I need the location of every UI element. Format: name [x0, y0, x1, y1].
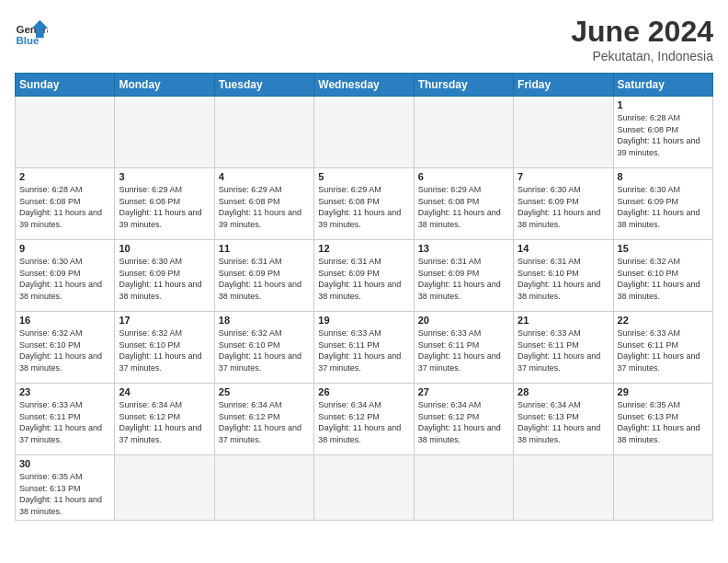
day-info: Sunrise: 6:32 AMSunset: 6:10 PMDaylight:…: [219, 327, 310, 373]
location: Pekutatan, Indonesia: [571, 49, 713, 63]
calendar-day-cell: [16, 97, 115, 168]
calendar-day-cell: 2Sunrise: 6:28 AMSunset: 6:08 PMDaylight…: [16, 168, 115, 240]
calendar-day-cell: 9Sunrise: 6:30 AMSunset: 6:09 PMDaylight…: [16, 240, 115, 312]
calendar-day-cell: 26Sunrise: 6:34 AMSunset: 6:12 PMDayligh…: [314, 384, 414, 455]
day-info: Sunrise: 6:33 AMSunset: 6:11 PMDaylight:…: [518, 327, 609, 373]
calendar-week-row: 30Sunrise: 6:35 AMSunset: 6:13 PMDayligh…: [16, 455, 713, 521]
day-number: 25: [219, 386, 310, 397]
day-number: 13: [418, 243, 509, 254]
day-number: 12: [318, 243, 409, 254]
calendar-day-cell: 19Sunrise: 6:33 AMSunset: 6:11 PMDayligh…: [314, 312, 414, 384]
day-info: Sunrise: 6:34 AMSunset: 6:12 PMDaylight:…: [119, 399, 210, 445]
calendar-day-cell: 6Sunrise: 6:29 AMSunset: 6:08 PMDaylight…: [414, 168, 513, 240]
day-number: 15: [618, 243, 709, 254]
weekday-header-row: SundayMondayTuesdayWednesdayThursdayFrid…: [16, 74, 713, 97]
calendar-day-cell: 24Sunrise: 6:34 AMSunset: 6:12 PMDayligh…: [115, 384, 214, 455]
calendar-week-row: 2Sunrise: 6:28 AMSunset: 6:08 PMDaylight…: [16, 168, 713, 240]
day-number: 28: [518, 386, 609, 397]
day-info: Sunrise: 6:33 AMSunset: 6:11 PMDaylight:…: [418, 327, 509, 373]
day-info: Sunrise: 6:34 AMSunset: 6:12 PMDaylight:…: [219, 399, 310, 445]
logo: General Blue: [15, 15, 48, 48]
day-info: Sunrise: 6:28 AMSunset: 6:08 PMDaylight:…: [618, 112, 709, 158]
day-info: Sunrise: 6:29 AMSunset: 6:08 PMDaylight:…: [318, 184, 409, 230]
calendar-day-cell: [214, 455, 313, 521]
day-info: Sunrise: 6:33 AMSunset: 6:11 PMDaylight:…: [618, 327, 709, 373]
day-info: Sunrise: 6:30 AMSunset: 6:09 PMDaylight:…: [518, 184, 609, 230]
day-info: Sunrise: 6:31 AMSunset: 6:10 PMDaylight:…: [518, 256, 609, 302]
day-number: 20: [418, 315, 509, 326]
day-info: Sunrise: 6:30 AMSunset: 6:09 PMDaylight:…: [19, 256, 110, 302]
calendar-day-cell: 29Sunrise: 6:35 AMSunset: 6:13 PMDayligh…: [613, 384, 712, 455]
calendar-day-cell: 20Sunrise: 6:33 AMSunset: 6:11 PMDayligh…: [414, 312, 513, 384]
calendar-day-cell: 16Sunrise: 6:32 AMSunset: 6:10 PMDayligh…: [16, 312, 115, 384]
day-number: 11: [219, 243, 310, 254]
day-info: Sunrise: 6:29 AMSunset: 6:08 PMDaylight:…: [219, 184, 310, 230]
calendar-week-row: 23Sunrise: 6:33 AMSunset: 6:11 PMDayligh…: [16, 384, 713, 455]
day-number: 17: [119, 315, 210, 326]
day-info: Sunrise: 6:31 AMSunset: 6:09 PMDaylight:…: [219, 256, 310, 302]
day-info: Sunrise: 6:34 AMSunset: 6:13 PMDaylight:…: [518, 399, 609, 445]
day-number: 8: [618, 171, 709, 182]
calendar-day-cell: 12Sunrise: 6:31 AMSunset: 6:09 PMDayligh…: [314, 240, 414, 312]
calendar-day-cell: 18Sunrise: 6:32 AMSunset: 6:10 PMDayligh…: [214, 312, 313, 384]
day-number: 14: [518, 243, 609, 254]
day-info: Sunrise: 6:29 AMSunset: 6:08 PMDaylight:…: [119, 184, 210, 230]
calendar-day-cell: 27Sunrise: 6:34 AMSunset: 6:12 PMDayligh…: [414, 384, 513, 455]
calendar-day-cell: 21Sunrise: 6:33 AMSunset: 6:11 PMDayligh…: [514, 312, 613, 384]
calendar-day-cell: [414, 97, 513, 168]
calendar-day-cell: 11Sunrise: 6:31 AMSunset: 6:09 PMDayligh…: [214, 240, 313, 312]
day-info: Sunrise: 6:33 AMSunset: 6:11 PMDaylight:…: [318, 327, 409, 373]
weekday-header: Friday: [514, 74, 613, 97]
calendar-week-row: 16Sunrise: 6:32 AMSunset: 6:10 PMDayligh…: [16, 312, 713, 384]
day-number: 2: [19, 171, 110, 182]
weekday-header: Saturday: [613, 74, 712, 97]
calendar-day-cell: 7Sunrise: 6:30 AMSunset: 6:09 PMDaylight…: [514, 168, 613, 240]
day-number: 3: [119, 171, 210, 182]
calendar-day-cell: 5Sunrise: 6:29 AMSunset: 6:08 PMDaylight…: [314, 168, 414, 240]
weekday-header: Sunday: [16, 74, 115, 97]
day-number: 5: [318, 171, 409, 182]
day-info: Sunrise: 6:32 AMSunset: 6:10 PMDaylight:…: [618, 256, 709, 302]
calendar-day-cell: 8Sunrise: 6:30 AMSunset: 6:09 PMDaylight…: [613, 168, 712, 240]
day-info: Sunrise: 6:30 AMSunset: 6:09 PMDaylight:…: [119, 256, 210, 302]
day-info: Sunrise: 6:29 AMSunset: 6:08 PMDaylight:…: [418, 184, 509, 230]
calendar-day-cell: [613, 455, 712, 521]
day-info: Sunrise: 6:31 AMSunset: 6:09 PMDaylight:…: [318, 256, 409, 302]
calendar-day-cell: 13Sunrise: 6:31 AMSunset: 6:09 PMDayligh…: [414, 240, 513, 312]
calendar-day-cell: [514, 455, 613, 521]
day-number: 10: [119, 243, 210, 254]
calendar-day-cell: 17Sunrise: 6:32 AMSunset: 6:10 PMDayligh…: [115, 312, 214, 384]
calendar-day-cell: [314, 455, 414, 521]
day-number: 4: [219, 171, 310, 182]
calendar-day-cell: [214, 97, 313, 168]
day-number: 19: [318, 315, 409, 326]
day-info: Sunrise: 6:34 AMSunset: 6:12 PMDaylight:…: [318, 399, 409, 445]
weekday-header: Thursday: [414, 74, 513, 97]
day-info: Sunrise: 6:31 AMSunset: 6:09 PMDaylight:…: [418, 256, 509, 302]
day-number: 29: [618, 386, 709, 397]
day-info: Sunrise: 6:28 AMSunset: 6:08 PMDaylight:…: [19, 184, 110, 230]
calendar-day-cell: [414, 455, 513, 521]
weekday-header: Monday: [115, 74, 214, 97]
day-number: 26: [318, 386, 409, 397]
page-header: General Blue June 2024 Pekutatan, Indone…: [15, 15, 713, 63]
weekday-header: Wednesday: [314, 74, 414, 97]
day-number: 16: [19, 315, 110, 326]
calendar-day-cell: 23Sunrise: 6:33 AMSunset: 6:11 PMDayligh…: [16, 384, 115, 455]
title-block: June 2024 Pekutatan, Indonesia: [571, 15, 713, 63]
day-info: Sunrise: 6:30 AMSunset: 6:09 PMDaylight:…: [618, 184, 709, 230]
day-number: 6: [418, 171, 509, 182]
calendar-day-cell: 4Sunrise: 6:29 AMSunset: 6:08 PMDaylight…: [214, 168, 313, 240]
calendar-week-row: 9Sunrise: 6:30 AMSunset: 6:09 PMDaylight…: [16, 240, 713, 312]
day-number: 22: [618, 315, 709, 326]
calendar-day-cell: 28Sunrise: 6:34 AMSunset: 6:13 PMDayligh…: [514, 384, 613, 455]
calendar-day-cell: 10Sunrise: 6:30 AMSunset: 6:09 PMDayligh…: [115, 240, 214, 312]
calendar-day-cell: 30Sunrise: 6:35 AMSunset: 6:13 PMDayligh…: [16, 455, 115, 521]
calendar-day-cell: 22Sunrise: 6:33 AMSunset: 6:11 PMDayligh…: [613, 312, 712, 384]
day-number: 24: [119, 386, 210, 397]
calendar-week-row: 1Sunrise: 6:28 AMSunset: 6:08 PMDaylight…: [16, 97, 713, 168]
day-info: Sunrise: 6:33 AMSunset: 6:11 PMDaylight:…: [19, 399, 110, 445]
calendar-day-cell: 25Sunrise: 6:34 AMSunset: 6:12 PMDayligh…: [214, 384, 313, 455]
calendar-day-cell: [514, 97, 613, 168]
day-number: 9: [19, 243, 110, 254]
